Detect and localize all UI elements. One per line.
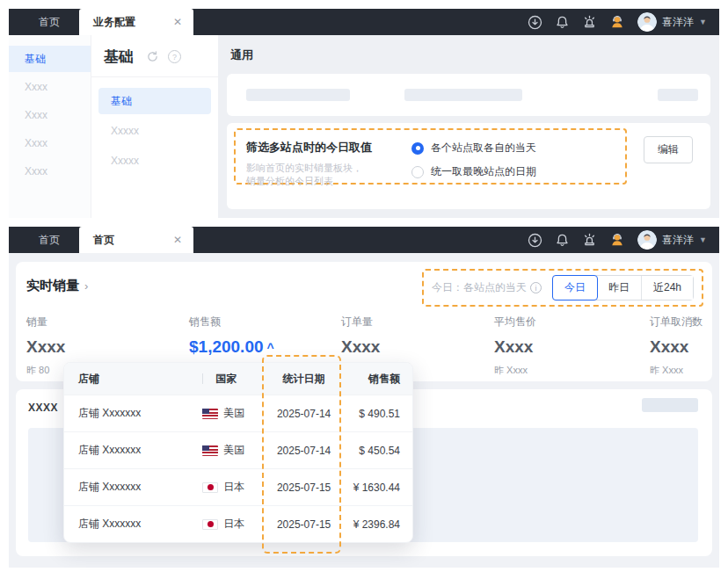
- avatar: [637, 12, 657, 32]
- info-icon[interactable]: i: [530, 282, 542, 293]
- popup-table-header: 店铺 国家 统计日期 销售额: [64, 363, 412, 395]
- us-flag-icon: [202, 409, 218, 419]
- support-agent-icon[interactable]: [609, 232, 625, 248]
- close-icon[interactable]: ✕: [173, 234, 182, 246]
- card-title: 实时销量: [26, 278, 79, 294]
- setting-label: 筛选多站点时的今日取值: [246, 140, 397, 156]
- range-button-today[interactable]: 今日: [552, 275, 598, 300]
- submenu-list: 基础 Xxxxx Xxxxx: [91, 77, 218, 188]
- config-submenu: 基础 ? 基础 Xxxxx Xxxxx: [91, 35, 218, 218]
- user-menu[interactable]: 喜洋洋 ▼: [637, 230, 707, 250]
- radio-selected-icon: [411, 142, 424, 155]
- bell-icon[interactable]: [555, 15, 570, 30]
- today-value-setting-highlight: 筛选多站点时的今日取值 影响首页的实时销量板块， 销量分析的今日列表 各个站点取…: [234, 128, 627, 185]
- range-button-24h[interactable]: 近24h: [641, 276, 693, 300]
- table-row: 店铺 Xxxxxxx 日本 2025-07-15 ¥ 1630.44: [64, 468, 412, 505]
- section-title: 通用: [230, 47, 710, 63]
- stat-cancelled-orders: 订单取消数 Xxxx 昨 Xxxx: [650, 315, 703, 377]
- tab-home[interactable]: 首页: [19, 9, 79, 35]
- stat-sales-volume: 销量 Xxxx 昨 80: [26, 315, 65, 377]
- japan-flag-icon: [202, 482, 218, 493]
- help-icon[interactable]: ?: [168, 50, 181, 63]
- range-segmented-control: 今日 昨日 近24h: [552, 275, 694, 300]
- alarm-light-icon[interactable]: [582, 233, 597, 248]
- sidebar-item[interactable]: Xxxx: [9, 130, 91, 156]
- japan-flag-icon: [202, 519, 218, 530]
- tab-home-active[interactable]: 首页 ✕: [79, 227, 193, 253]
- tab-business-config[interactable]: 业务配置 ✕: [79, 9, 193, 35]
- table-row: 店铺 Xxxxxxx 美国 2025-07-14 $ 490.51: [64, 395, 412, 431]
- sidebar-item[interactable]: Xxxx: [9, 102, 91, 128]
- submenu-item[interactable]: Xxxxx: [98, 118, 211, 144]
- home-tabbar: 首页 首页 ✕: [9, 227, 719, 253]
- placeholder-bar: [246, 89, 350, 101]
- table-row: 店铺 Xxxxxxx 日本 2025-07-15 ¥ 2396.84: [64, 505, 412, 542]
- header-actions: 喜洋洋 ▼: [528, 9, 707, 35]
- stat-order-count: 订单量 Xxxx: [341, 315, 380, 357]
- table-row: 店铺 Xxxxxxx 美国 2025-07-14 $ 450.54: [64, 431, 412, 468]
- edit-button[interactable]: 编辑: [644, 136, 693, 163]
- screen: 首页 业务配置 ✕: [0, 0, 728, 572]
- setting-card: 筛选多站点时的今日取值 影响首页的实时销量板块， 销量分析的今日列表 各个站点取…: [227, 123, 710, 209]
- tab-home[interactable]: 首页: [19, 227, 79, 253]
- config-tabbar: 首页 业务配置 ✕: [9, 9, 719, 35]
- close-icon[interactable]: ✕: [173, 16, 182, 28]
- placeholder-bar: [658, 89, 698, 101]
- radio-unselected-icon: [411, 166, 424, 178]
- setting-info: 筛选多站点时的今日取值 影响首页的实时销量板块， 销量分析的今日列表: [246, 140, 397, 183]
- sidebar-item-basic[interactable]: 基础: [9, 46, 91, 72]
- header-divider: [202, 373, 203, 384]
- chevron-down-icon: ▼: [699, 18, 707, 26]
- placeholder-card: [227, 74, 710, 116]
- config-body: 基础 Xxxx Xxxx Xxxx Xxxx 基础 ? 基础 Xxxxx Xxx…: [9, 35, 719, 218]
- date-range-highlight: 今日：各站点的当天 i 今日 昨日 近24h: [422, 269, 703, 307]
- radio-label: 统一取最晚站点的日期: [431, 164, 536, 179]
- radio-option-latest-site[interactable]: 统一取最晚站点的日期: [411, 164, 536, 179]
- radio-option-per-site[interactable]: 各个站点取各自的当天: [411, 141, 536, 156]
- refresh-icon[interactable]: [146, 50, 159, 63]
- avatar: [637, 230, 657, 250]
- stat-average-price: 平均售价 Xxxx 昨 Xxxx: [494, 315, 536, 377]
- stat-sales-amount: 销售额 $1,200.00^: [189, 315, 274, 357]
- submenu-item[interactable]: Xxxxx: [98, 148, 211, 174]
- radio-group: 各个站点取各自的当天 统一取最晚站点的日期: [411, 140, 536, 183]
- placeholder-pill: [642, 398, 698, 412]
- home-panel: 首页 首页 ✕: [9, 227, 719, 568]
- sales-amount-expand[interactable]: $1,200.00^: [189, 337, 274, 357]
- tab-label: 首页: [93, 233, 114, 248]
- alarm-light-icon[interactable]: [582, 15, 597, 30]
- config-panel: 首页 业务配置 ✕: [9, 9, 719, 218]
- realtime-sales-link[interactable]: 实时销量 ›: [26, 278, 88, 294]
- secondary-card-title: XXXX: [28, 402, 58, 414]
- range-hint: 今日：各站点的当天 i: [432, 280, 542, 295]
- submenu-header: 基础 ?: [91, 35, 218, 77]
- user-menu[interactable]: 喜洋洋 ▼: [637, 12, 707, 32]
- us-flag-icon: [202, 445, 218, 456]
- home-body: 实时销量 › 今日：各站点的当天 i 今日 昨日 近24h 销量: [9, 253, 719, 568]
- config-sidebar: 基础 Xxxx Xxxx Xxxx Xxxx: [9, 35, 91, 218]
- user-name: 喜洋洋: [662, 15, 694, 30]
- sales-breakdown-popup: 店铺 国家 统计日期 销售额 店铺 Xxxxxxx 美国 2025-07-14 …: [63, 362, 413, 543]
- support-agent-icon[interactable]: [609, 14, 625, 30]
- chevron-down-icon: ▼: [699, 235, 707, 244]
- tab-label: 业务配置: [93, 15, 135, 30]
- chevron-right-icon: ›: [84, 279, 88, 293]
- placeholder-bar: [404, 89, 522, 101]
- user-name: 喜洋洋: [662, 233, 694, 248]
- sidebar-item[interactable]: Xxxx: [9, 74, 91, 100]
- submenu-title: 基础: [104, 47, 134, 67]
- sidebar-item[interactable]: Xxxx: [9, 158, 91, 185]
- setting-description: 影响首页的实时销量板块， 销量分析的今日列表: [246, 162, 397, 188]
- header-actions: 喜洋洋 ▼: [528, 227, 707, 253]
- bell-icon[interactable]: [555, 233, 570, 248]
- config-main: 通用 筛选多站点时的今日取值 影响首页的实时销量板块， 销量分析的今日列表: [218, 35, 719, 218]
- download-icon[interactable]: [528, 233, 542, 248]
- radio-label: 各个站点取各自的当天: [431, 141, 536, 156]
- range-button-yesterday[interactable]: 昨日: [597, 276, 641, 300]
- caret-up-icon: ^: [267, 341, 274, 355]
- submenu-item-basic[interactable]: 基础: [98, 88, 211, 114]
- download-icon[interactable]: [528, 15, 542, 30]
